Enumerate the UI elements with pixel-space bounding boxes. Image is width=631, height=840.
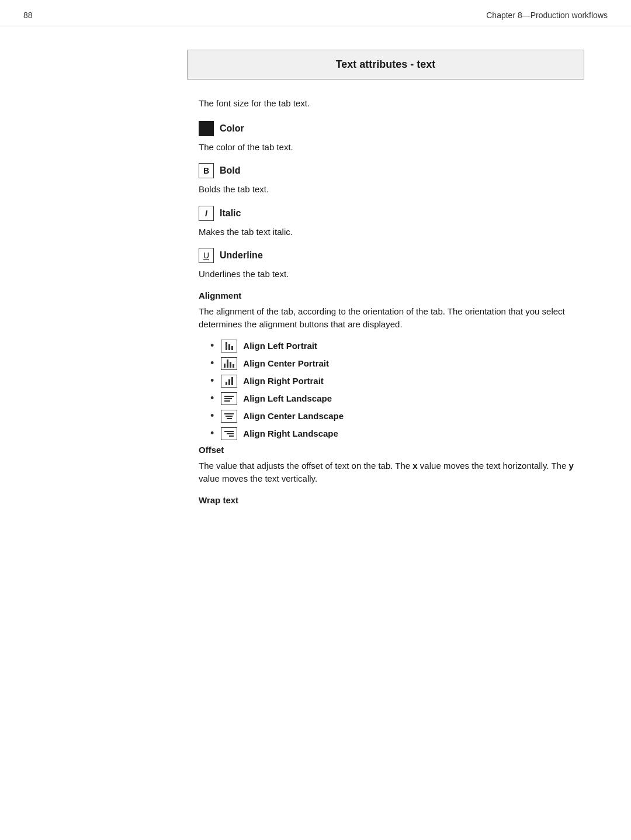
italic-row: I Italic — [199, 206, 584, 221]
page-number: 88 — [23, 11, 33, 20]
bullet-dot: • — [210, 410, 214, 422]
bold-icon: B — [199, 163, 214, 178]
bullet-dot: • — [210, 340, 214, 352]
align-center-landscape-label: Align Center Landscape — [243, 411, 344, 421]
underline-description: Underlines the tab text. — [199, 268, 584, 281]
offset-x-label: x — [412, 461, 417, 471]
align-center-portrait-label: Align Center Portrait — [243, 358, 329, 368]
bold-row: B Bold — [199, 163, 584, 178]
color-label: Color — [220, 123, 244, 134]
underline-label: Underline — [220, 250, 263, 261]
offset-section: Offset The value that adjusts the offset… — [199, 445, 584, 486]
offset-description: The value that adjusts the offset of tex… — [199, 459, 584, 486]
align-left-portrait-label: Align Left Portrait — [243, 341, 317, 351]
bullet-dot: • — [210, 375, 214, 387]
color-icon — [199, 121, 214, 136]
wrap-text-heading: Wrap text — [199, 495, 584, 505]
section-title: Text attributes - text — [336, 58, 436, 70]
align-left-portrait-icon — [221, 340, 237, 352]
list-item: • Align Center Landscape — [210, 410, 584, 423]
align-left-landscape-icon — [221, 392, 237, 405]
italic-description: Makes the tab text italic. — [199, 226, 584, 239]
list-item: • Align Left Portrait — [210, 340, 584, 352]
list-item: • Align Center Portrait — [210, 357, 584, 370]
bullet-dot: • — [210, 357, 214, 369]
alignment-heading: Alignment — [199, 291, 584, 300]
offset-heading: Offset — [199, 445, 584, 455]
align-center-landscape-icon — [221, 410, 237, 423]
color-description: The color of the tab text. — [199, 141, 584, 154]
align-right-landscape-icon — [221, 427, 237, 440]
align-right-landscape-label: Align Right Landscape — [243, 428, 338, 438]
chapter-title: Chapter 8—Production workflows — [486, 11, 608, 20]
bold-label: Bold — [220, 165, 241, 176]
underline-icon: U — [199, 248, 214, 263]
align-right-portrait-label: Align Right Portrait — [243, 376, 324, 386]
alignment-description: The alignment of the tab, according to t… — [199, 305, 584, 331]
offset-text-1: The value that adjusts the offset of tex… — [199, 461, 412, 471]
list-item: • Align Right Landscape — [210, 427, 584, 440]
bullet-dot: • — [210, 392, 214, 405]
align-right-portrait-icon — [221, 375, 237, 388]
section-title-box: Text attributes - text — [187, 50, 584, 79]
list-item: • Align Left Landscape — [210, 392, 584, 405]
color-row: Color — [199, 121, 584, 136]
alignment-list: • Align Left Portrait • — [210, 340, 584, 440]
content-area: The font size for the tab text. Color Th… — [199, 97, 584, 505]
align-center-portrait-icon — [221, 357, 237, 370]
bullet-dot: • — [210, 427, 214, 440]
offset-text-2: value moves the text horizontally. The — [418, 461, 569, 471]
underline-row: U Underline — [199, 248, 584, 263]
intro-text: The font size for the tab text. — [199, 97, 584, 110]
bold-description: Bolds the tab text. — [199, 183, 584, 196]
italic-icon: I — [199, 206, 214, 221]
align-left-landscape-label: Align Left Landscape — [243, 393, 332, 403]
main-content: Text attributes - text The font size for… — [0, 26, 631, 533]
page-header: 88 Chapter 8—Production workflows — [0, 0, 631, 26]
offset-text-3: value moves the text vertically. — [199, 473, 317, 483]
list-item: • Align Right Portrait — [210, 375, 584, 388]
italic-label: Italic — [220, 208, 241, 219]
offset-y-label: y — [568, 461, 573, 471]
